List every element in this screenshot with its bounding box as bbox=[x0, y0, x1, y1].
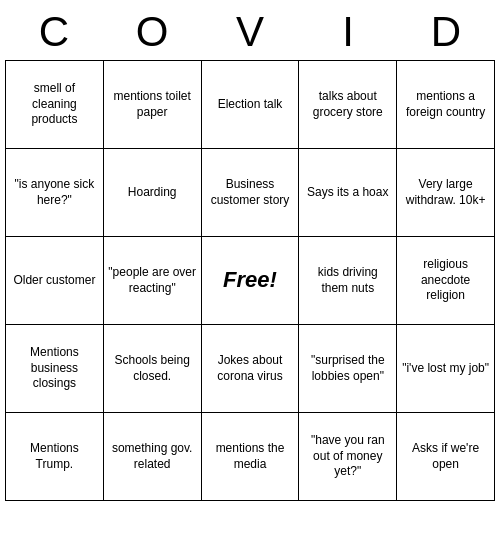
bingo-cell-r2c3[interactable]: Business customer story bbox=[202, 149, 300, 237]
bingo-header: C O V I D bbox=[5, 8, 495, 56]
bingo-cell-r4c3[interactable]: Jokes about corona virus bbox=[202, 325, 300, 413]
bingo-cell-r3c1[interactable]: Older customer bbox=[6, 237, 104, 325]
bingo-cell-r1c4[interactable]: talks about grocery store bbox=[299, 61, 397, 149]
bingo-cell-r5c5[interactable]: Asks if we're open bbox=[397, 413, 495, 501]
header-o: O bbox=[107, 8, 197, 56]
bingo-cell-r4c5[interactable]: "i've lost my job" bbox=[397, 325, 495, 413]
header-i: I bbox=[303, 8, 393, 56]
bingo-cell-r4c2[interactable]: Schools being closed. bbox=[104, 325, 202, 413]
bingo-cell-r2c4[interactable]: Says its a hoax bbox=[299, 149, 397, 237]
bingo-cell-r5c1[interactable]: Mentions Trump. bbox=[6, 413, 104, 501]
bingo-grid: smell of cleaning productsmentions toile… bbox=[5, 60, 495, 501]
bingo-cell-r5c2[interactable]: something gov. related bbox=[104, 413, 202, 501]
header-c: C bbox=[9, 8, 99, 56]
bingo-cell-r3c4[interactable]: kids driving them nuts bbox=[299, 237, 397, 325]
bingo-card: C O V I D smell of cleaning productsment… bbox=[5, 8, 495, 501]
bingo-cell-r5c4[interactable]: "have you ran out of money yet?" bbox=[299, 413, 397, 501]
bingo-cell-r2c1[interactable]: "is anyone sick here?" bbox=[6, 149, 104, 237]
bingo-cell-r2c5[interactable]: Very large withdraw. 10k+ bbox=[397, 149, 495, 237]
bingo-cell-r2c2[interactable]: Hoarding bbox=[104, 149, 202, 237]
bingo-cell-r1c3[interactable]: Election talk bbox=[202, 61, 300, 149]
bingo-cell-r4c1[interactable]: Mentions business closings bbox=[6, 325, 104, 413]
bingo-cell-r3c2[interactable]: "people are over reacting" bbox=[104, 237, 202, 325]
bingo-cell-r1c5[interactable]: mentions a foreign country bbox=[397, 61, 495, 149]
header-v: V bbox=[205, 8, 295, 56]
bingo-cell-r3c5[interactable]: religious anecdote religion bbox=[397, 237, 495, 325]
bingo-cell-r4c4[interactable]: "surprised the lobbies open" bbox=[299, 325, 397, 413]
bingo-cell-r3c3[interactable]: Free! bbox=[202, 237, 300, 325]
bingo-cell-r5c3[interactable]: mentions the media bbox=[202, 413, 300, 501]
bingo-cell-r1c1[interactable]: smell of cleaning products bbox=[6, 61, 104, 149]
header-d: D bbox=[401, 8, 491, 56]
bingo-cell-r1c2[interactable]: mentions toilet paper bbox=[104, 61, 202, 149]
